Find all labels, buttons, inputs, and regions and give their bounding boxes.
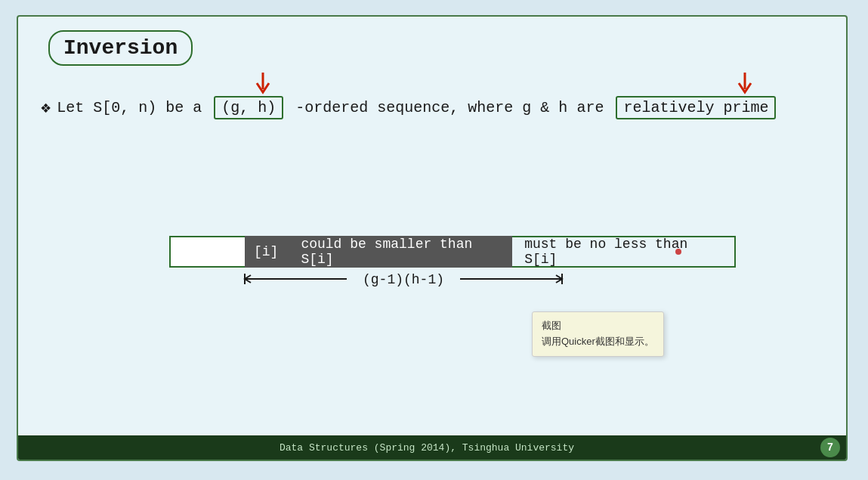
must-cell: must be no less than S[i] xyxy=(512,236,736,268)
small-dot xyxy=(675,249,681,255)
rp-box: relatively prime xyxy=(616,96,776,119)
must-label: must be no less than S[i] xyxy=(524,237,722,267)
svg-text:(g-1)(h-1): (g-1)(h-1) xyxy=(363,272,444,287)
could-label: could be smaller than S[i] xyxy=(301,237,499,267)
footer-bar: Data Structures (Spring 2014), Tsinghua … xyxy=(18,435,846,460)
main-text-middle: -ordered sequence, where g & h are xyxy=(286,99,613,116)
blank-cell xyxy=(169,236,245,268)
diagram-area: [i] could be smaller than S[i] must be n… xyxy=(169,236,736,302)
bullet-symbol: ❖ xyxy=(41,98,51,118)
sequence-row: [i] could be smaller than S[i] must be n… xyxy=(169,236,736,268)
title-text: Inversion xyxy=(63,36,178,60)
tooltip-line1: 截图 xyxy=(542,318,654,334)
tooltip-box: 截图 调用Quicker截图和显示。 xyxy=(532,311,664,357)
bracket-diagram: (g-1)(h-1) xyxy=(169,271,736,302)
could-cell: could be smaller than S[i] xyxy=(287,236,512,268)
main-text-prefix: Let S[0, n) be a xyxy=(57,99,211,116)
tooltip-line2: 调用Quicker截图和显示。 xyxy=(542,334,654,350)
slide-title: Inversion xyxy=(48,30,193,66)
page-number: 7 xyxy=(820,438,840,457)
gh-box: (g, h) xyxy=(214,96,283,119)
slide-container: Inversion ❖ Let S[0, n) be a (g, h) -ord… xyxy=(17,15,848,461)
footer-text: Data Structures (Spring 2014), Tsinghua … xyxy=(18,442,820,454)
main-text-line: ❖ Let S[0, n) be a (g, h) -ordered seque… xyxy=(41,96,779,119)
i-label: [i] xyxy=(254,244,278,259)
i-index-cell: [i] xyxy=(245,236,287,268)
